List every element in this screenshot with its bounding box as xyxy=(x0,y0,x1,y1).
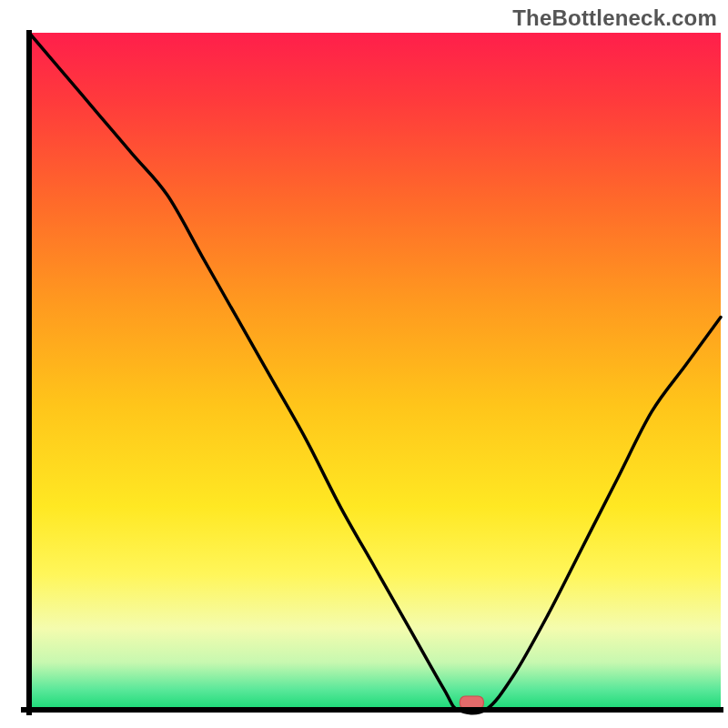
watermark-text: TheBottleneck.com xyxy=(512,5,717,31)
bottleneck-chart xyxy=(0,0,728,728)
heatmap-background xyxy=(29,33,721,710)
optimal-marker xyxy=(460,696,483,709)
chart-frame: TheBottleneck.com xyxy=(0,0,728,728)
